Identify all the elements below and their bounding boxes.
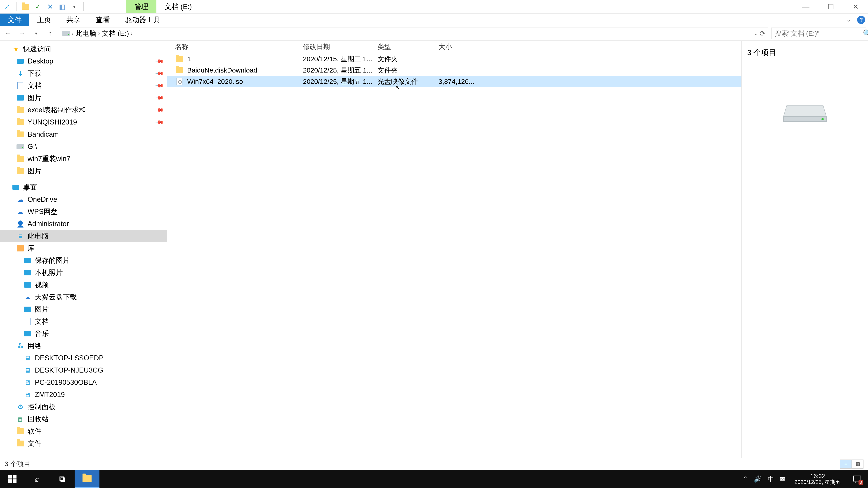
search-input[interactable] bbox=[775, 30, 861, 37]
search-box[interactable]: 🔍 bbox=[771, 28, 866, 39]
help-icon[interactable]: ? bbox=[857, 16, 865, 24]
file-row[interactable]: Win7x64_2020.iso2020/12/25, 星期五 1...光盘映像… bbox=[167, 76, 741, 87]
tree-item[interactable]: win7重装win7 bbox=[0, 153, 167, 165]
chevron-right-icon[interactable]: › bbox=[98, 30, 100, 37]
iso-icon bbox=[175, 77, 184, 86]
minimize-button[interactable]: ― bbox=[794, 0, 818, 13]
qat-cross-icon[interactable]: ✕ bbox=[45, 2, 55, 11]
tree-item[interactable]: Desktop📌 bbox=[0, 55, 167, 67]
tree-item[interactable]: 库 bbox=[0, 242, 167, 254]
tree-desktop-root[interactable]: 桌面 bbox=[0, 181, 167, 193]
tree-item[interactable]: 图片 bbox=[0, 303, 167, 315]
tree-quick-access[interactable]: ★ 快速访问 bbox=[0, 43, 167, 55]
explorer-taskbar-icon[interactable] bbox=[74, 470, 99, 488]
tree-item[interactable]: ☁OneDrive bbox=[0, 193, 167, 205]
qat-check-icon[interactable]: ✓ bbox=[33, 2, 42, 11]
ime-indicator[interactable]: 中 bbox=[768, 475, 774, 483]
qat-dropdown-icon[interactable]: ▾ bbox=[70, 2, 79, 11]
close-button[interactable]: ✕ bbox=[843, 0, 868, 13]
tree-item[interactable]: 本机照片 bbox=[0, 267, 167, 279]
qat-props-icon[interactable]: ◧ bbox=[58, 2, 67, 11]
icons-view-button[interactable]: ▦ bbox=[852, 459, 864, 468]
back-button[interactable]: ← bbox=[2, 27, 14, 40]
chevron-right-icon[interactable]: › bbox=[72, 30, 73, 37]
column-name[interactable]: 名称 ⌃ bbox=[172, 42, 303, 52]
tree-label: 视频 bbox=[35, 280, 49, 290]
tree-item[interactable]: ☁WPS网盘 bbox=[0, 205, 167, 218]
tree-item[interactable]: excel表格制作求和📌 bbox=[0, 104, 167, 116]
tree-label: 图片 bbox=[35, 304, 49, 314]
ribbon-expand-icon[interactable]: ⌄ bbox=[842, 13, 855, 26]
ribbon-home-tab[interactable]: 主页 bbox=[29, 13, 59, 26]
tree-item[interactable]: Bandicam bbox=[0, 128, 167, 140]
tree-item[interactable]: 文件 bbox=[0, 437, 167, 450]
taskbar: ⌕ ⧉ ⌃ 🔊 中 ✉ 16:32 2020/12/25, 星期五 3 bbox=[0, 470, 868, 488]
tree-item[interactable]: ⚙控制面板 bbox=[0, 401, 167, 413]
app-icon[interactable]: ⟋ bbox=[3, 2, 12, 11]
refresh-icon[interactable]: ⟳ bbox=[760, 29, 766, 38]
pin-icon: 📌 bbox=[155, 69, 164, 78]
pc-icon: 🖥 bbox=[24, 354, 32, 362]
file-row[interactable]: BaiduNetdiskDownload2020/12/25, 星期五 1...… bbox=[167, 65, 741, 76]
column-date[interactable]: 修改日期 bbox=[303, 42, 377, 52]
preview-pane: 3 个项目 bbox=[741, 41, 868, 458]
folder-icon bbox=[16, 118, 24, 126]
tree-item[interactable]: YUNQISHI2019📌 bbox=[0, 116, 167, 128]
manage-tab[interactable]: 管理 bbox=[126, 0, 156, 13]
volume-icon[interactable]: 🔊 bbox=[754, 475, 762, 483]
tree-item[interactable]: 视频 bbox=[0, 279, 167, 291]
tree-item[interactable]: 文档 bbox=[0, 315, 167, 328]
tree-item[interactable]: 🖥DESKTOP-LSSOEDP bbox=[0, 352, 167, 364]
navigation-tree[interactable]: ★ 快速访问 Desktop📌⬇下载📌文档📌图片📌excel表格制作求和📌YUN… bbox=[0, 41, 167, 458]
file-row[interactable]: 12020/12/15, 星期二 1...文件夹 bbox=[167, 53, 741, 65]
recent-dropdown-icon[interactable]: ▾ bbox=[30, 27, 42, 40]
tree-item[interactable]: 👤Administrator bbox=[0, 218, 167, 230]
tree-item[interactable]: ☁天翼云盘下载 bbox=[0, 291, 167, 303]
tree-item[interactable]: 🖥DESKTOP-NJEU3CG bbox=[0, 364, 167, 377]
tree-item[interactable]: 图片📌 bbox=[0, 92, 167, 104]
tree-item[interactable]: 🖥PC-20190530OBLA bbox=[0, 377, 167, 389]
tree-label: 网络 bbox=[28, 341, 41, 351]
breadcrumb-this-pc[interactable]: 此电脑 bbox=[75, 29, 96, 38]
details-view-button[interactable]: ≡ bbox=[840, 459, 852, 468]
tree-item[interactable]: ⬇下载📌 bbox=[0, 67, 167, 79]
search-icon[interactable]: 🔍 bbox=[863, 29, 868, 38]
tree-item[interactable]: 保存的图片 bbox=[0, 254, 167, 267]
mail-icon[interactable]: ✉ bbox=[780, 475, 785, 483]
forward-button[interactable]: → bbox=[16, 27, 29, 40]
chevron-down-icon[interactable]: ⌄ bbox=[754, 31, 758, 36]
folder-icon[interactable] bbox=[21, 2, 30, 11]
search-taskbar-icon[interactable]: ⌕ bbox=[25, 470, 50, 488]
breadcrumb-bar[interactable]: › 此电脑 › 文档 (E:) › ⌄ ⟳ bbox=[60, 28, 768, 39]
tree-item[interactable]: G:\ bbox=[0, 140, 167, 153]
tree-item[interactable]: 🖥此电脑 bbox=[0, 230, 167, 242]
pin-icon: 📌 bbox=[155, 81, 164, 90]
taskbar-clock[interactable]: 16:32 2020/12/25, 星期五 bbox=[791, 473, 844, 485]
tree-label: 桌面 bbox=[23, 183, 37, 192]
ribbon-view-tab[interactable]: 查看 bbox=[88, 13, 118, 26]
tree-item[interactable]: 音乐 bbox=[0, 328, 167, 340]
ribbon-share-tab[interactable]: 共享 bbox=[59, 13, 88, 26]
ribbon-drive-tools-tab[interactable]: 驱动器工具 bbox=[118, 13, 168, 26]
maximize-button[interactable]: ☐ bbox=[818, 0, 843, 13]
tree-item[interactable]: 软件 bbox=[0, 425, 167, 437]
tree-item[interactable]: 🗑回收站 bbox=[0, 413, 167, 425]
notification-center-icon[interactable]: 3 bbox=[850, 472, 864, 486]
pc-icon: 🖥 bbox=[24, 391, 32, 399]
chevron-right-icon[interactable]: › bbox=[131, 30, 133, 37]
task-view-icon[interactable]: ⧉ bbox=[50, 470, 74, 488]
tree-item[interactable]: 文档📌 bbox=[0, 79, 167, 92]
column-type[interactable]: 类型 bbox=[377, 42, 438, 52]
breadcrumb-drive[interactable]: 文档 (E:) bbox=[102, 29, 129, 38]
tree-item[interactable]: 图片 bbox=[0, 165, 167, 177]
tray-expand-icon[interactable]: ⌃ bbox=[743, 475, 748, 483]
start-button[interactable] bbox=[0, 470, 25, 488]
ribbon-tabs: 文件 主页 共享 查看 驱动器工具 ⌄ ? bbox=[0, 13, 868, 26]
svg-rect-1 bbox=[783, 117, 827, 122]
column-size[interactable]: 大小 bbox=[438, 42, 477, 52]
tree-item[interactable]: 🖥ZMT2019 bbox=[0, 389, 167, 401]
tree-network[interactable]: 🖧 网络 bbox=[0, 340, 167, 352]
file-type: 文件夹 bbox=[377, 55, 438, 64]
up-button[interactable]: ↑ bbox=[44, 27, 57, 40]
ribbon-file-tab[interactable]: 文件 bbox=[0, 13, 29, 26]
